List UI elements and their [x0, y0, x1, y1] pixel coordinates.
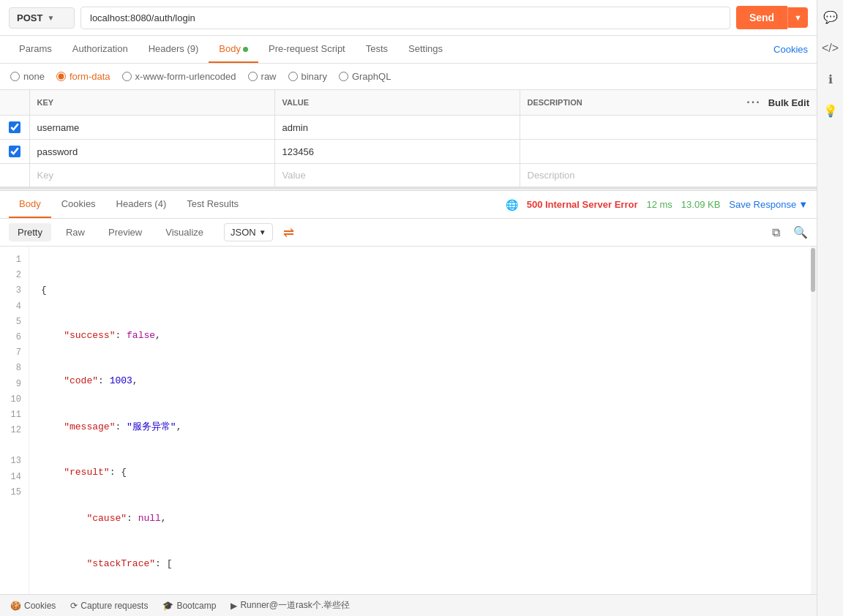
globe-icon: 🌐 [506, 199, 518, 211]
save-response-button[interactable]: Save Response ▼ [729, 199, 808, 210]
response-code-area[interactable]: 1 2 3 4 5 6 7 8 9 10 11 12 13 14 15 { "s… [0, 247, 817, 594]
request-body-table: KEY VALUE DESCRIPTION ··· Bulk Edit [0, 90, 817, 187]
col-checkbox [0, 90, 29, 116]
response-size: 13.09 KB [681, 199, 721, 210]
format-label: JSON [231, 227, 256, 238]
row3-value-placeholder: Value [282, 170, 306, 181]
table-row: password 123456 [0, 140, 817, 164]
method-selector[interactable]: POST ▼ [9, 7, 75, 29]
view-preview-button[interactable]: Preview [100, 223, 151, 241]
response-tab-headers[interactable]: Headers (4) [106, 191, 177, 218]
sidebar-comment-icon[interactable]: 💬 [820, 7, 841, 27]
body-active-dot [243, 47, 248, 52]
tab-authorization[interactable]: Authorization [62, 36, 138, 63]
sidebar-light-icon[interactable]: 💡 [820, 101, 841, 121]
body-type-form-data[interactable]: form-data [56, 71, 110, 82]
capture-icon: ⟳ [70, 601, 78, 611]
row3-key-cell: Key [29, 164, 274, 187]
body-type-bar: none form-data x-www-form-urlencoded raw… [0, 64, 817, 90]
line-numbers: 1 2 3 4 5 6 7 8 9 10 11 12 13 14 15 [0, 247, 29, 594]
tab-params[interactable]: Params [9, 36, 62, 63]
view-pretty-button[interactable]: Pretty [9, 223, 51, 241]
row3-desc-cell: Description [520, 164, 817, 187]
row2-checkbox-cell [0, 140, 29, 164]
body-type-raw[interactable]: raw [248, 71, 277, 82]
bottom-capture[interactable]: ⟳ Capture requests [70, 601, 148, 611]
row1-value-cell: admin [274, 116, 520, 140]
bottom-cookies[interactable]: 🍪 Cookies [10, 601, 56, 611]
response-tab-cookies[interactable]: Cookies [51, 191, 106, 218]
runner-icon: ▶ [231, 601, 237, 611]
send-btn-wrapper: Send ▼ [736, 6, 808, 29]
row1-key-value: username [37, 122, 80, 133]
col-description: DESCRIPTION ··· Bulk Edit [520, 90, 817, 116]
row2-key-cell: password [29, 140, 274, 164]
response-tab-body[interactable]: Body [9, 191, 51, 218]
search-icon[interactable]: 🔍 [793, 225, 808, 239]
col-value: VALUE [274, 90, 520, 116]
tab-settings[interactable]: Settings [398, 36, 453, 63]
response-meta: 🌐 500 Internal Server Error 12 ms 13.09 … [506, 199, 808, 211]
row2-checkbox[interactable] [9, 146, 20, 157]
bottom-bootcamp[interactable]: 🎓 Bootcamp [162, 601, 216, 611]
bottom-runner[interactable]: ▶ Runner@一道rask个.举些径 [231, 599, 350, 612]
response-tab-test-results[interactable]: Test Results [176, 191, 249, 218]
cookies-button[interactable]: Cookies [773, 44, 808, 55]
request-body-table-wrapper: KEY VALUE DESCRIPTION ··· Bulk Edit [0, 90, 817, 188]
send-dropdown-button[interactable]: ▼ [787, 7, 808, 28]
table-row: username admin [0, 116, 817, 140]
bottom-bar: 🍪 Cookies ⟳ Capture requests 🎓 Bootcamp … [0, 594, 817, 616]
row2-value-cell: 123456 [274, 140, 520, 164]
format-selector[interactable]: JSON ▼ [224, 223, 273, 241]
body-type-binary[interactable]: binary [288, 71, 327, 82]
request-tab-bar: Params Authorization Headers (9) Body Pr… [0, 36, 817, 64]
view-visualize-button[interactable]: Visualize [157, 223, 212, 241]
body-type-urlencoded[interactable]: x-www-form-urlencoded [122, 71, 236, 82]
response-tab-bar: Body Cookies Headers (4) Test Results 🌐 … [0, 191, 817, 219]
copy-icon[interactable]: ⧉ [772, 226, 780, 239]
method-chevron-icon: ▼ [47, 14, 54, 22]
row1-value-value: admin [282, 122, 308, 133]
sidebar-info-icon[interactable]: ℹ [825, 70, 836, 89]
response-time: 12 ms [646, 199, 672, 210]
row2-key-value: password [37, 146, 78, 157]
response-viewer-toolbar: Pretty Raw Preview Visualize JSON ▼ ⇌ ⧉ … [0, 219, 817, 247]
row3-value-cell: Value [274, 164, 520, 187]
view-raw-button[interactable]: Raw [57, 223, 94, 241]
bulk-edit-button[interactable]: Bulk Edit [768, 97, 809, 108]
row3-checkbox-cell [0, 164, 29, 187]
row1-checkbox-cell [0, 116, 29, 140]
tab-body[interactable]: Body [209, 36, 258, 63]
response-status: 500 Internal Server Error [527, 199, 638, 210]
url-input[interactable] [80, 7, 730, 29]
wrap-icon[interactable]: ⇌ [283, 225, 294, 241]
more-options-icon[interactable]: ··· [746, 96, 760, 109]
tab-headers[interactable]: Headers (9) [138, 36, 209, 63]
row2-value-value: 123456 [282, 146, 314, 157]
row3-desc-placeholder: Description [528, 170, 575, 181]
table-row: Key Value Description [0, 164, 817, 187]
method-label: POST [17, 12, 42, 23]
code-content: { "success": false, "code": 1003, "messa… [29, 247, 811, 594]
row1-desc-cell [520, 116, 817, 140]
send-button[interactable]: Send [736, 6, 787, 29]
right-sidebar: 💬 </> ℹ 💡 [817, 0, 843, 616]
body-type-none[interactable]: none [10, 71, 45, 82]
body-type-graphql[interactable]: GraphQL [339, 71, 391, 82]
row1-checkbox[interactable] [9, 121, 20, 133]
top-bar: POST ▼ Send ▼ [0, 0, 817, 36]
row2-desc-cell [520, 140, 817, 164]
format-chevron-icon: ▼ [259, 228, 266, 236]
col-key: KEY [29, 90, 274, 116]
sidebar-code-icon[interactable]: </> [819, 39, 842, 58]
row3-key-placeholder: Key [37, 170, 53, 181]
bootcamp-icon: 🎓 [162, 601, 173, 611]
save-response-chevron-icon: ▼ [798, 199, 808, 210]
scrollbar[interactable] [811, 247, 817, 594]
tab-pre-request[interactable]: Pre-request Script [258, 36, 356, 63]
row1-key-cell: username [29, 116, 274, 140]
tab-tests[interactable]: Tests [356, 36, 398, 63]
cookie-icon: 🍪 [10, 601, 21, 611]
